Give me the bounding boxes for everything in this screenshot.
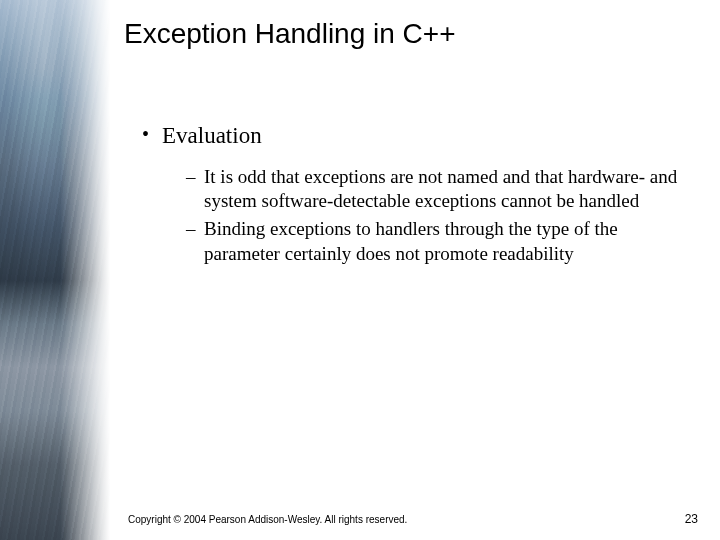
list-item: Binding exceptions to handlers through t… [186,217,684,266]
bullet-list-level2: It is odd that exceptions are not named … [186,165,684,266]
decorative-sidebar-image [0,0,110,540]
page-number: 23 [685,512,698,526]
list-item: Evaluation It is odd that exceptions are… [142,122,684,266]
list-item-text: Evaluation [162,123,262,148]
list-item-text: Binding exceptions to handlers through t… [204,218,618,263]
slide-title: Exception Handling in C++ [124,18,684,50]
list-item-text: It is odd that exceptions are not named … [204,166,677,211]
slide-footer: Copyright © 2004 Pearson Addison-Wesley.… [110,512,720,526]
list-item: It is odd that exceptions are not named … [186,165,684,214]
bullet-list-level1: Evaluation It is odd that exceptions are… [142,122,684,266]
copyright-text: Copyright © 2004 Pearson Addison-Wesley.… [128,514,407,525]
slide-content: Exception Handling in C++ Evaluation It … [110,0,720,540]
